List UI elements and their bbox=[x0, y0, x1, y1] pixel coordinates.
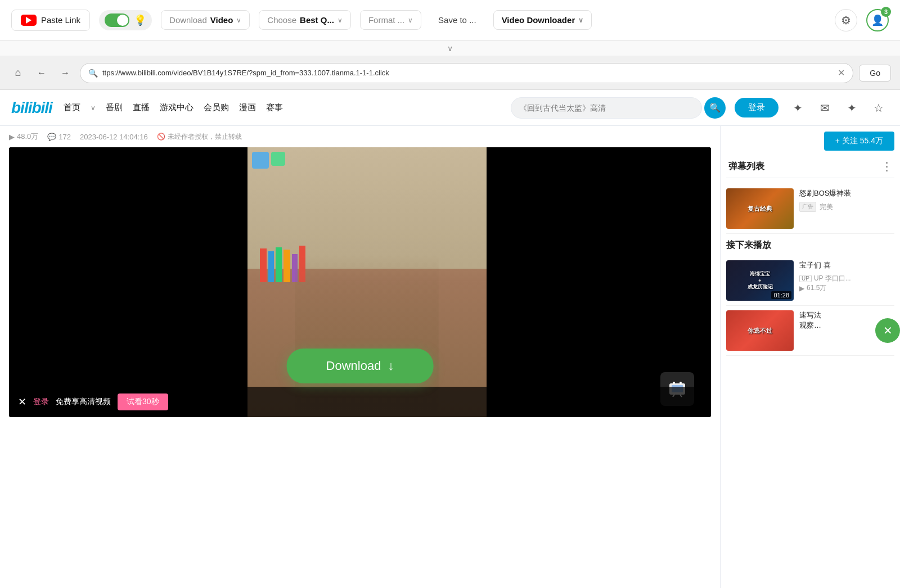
nav-vip[interactable]: 会员购 bbox=[204, 102, 229, 113]
video-left-letterbox bbox=[9, 147, 248, 417]
green-close-button[interactable]: ✕ bbox=[875, 318, 900, 343]
comment-count: 💬 172 bbox=[47, 133, 71, 141]
views-icon-1: ▶ bbox=[799, 284, 804, 292]
format-dropdown[interactable]: Format ... ∨ bbox=[360, 10, 421, 30]
ad-title: 怒刷BOS爆神装 bbox=[799, 188, 894, 198]
save-to-label: Save to ... bbox=[430, 11, 484, 29]
download-label: Download bbox=[169, 15, 207, 25]
go-button[interactable]: Go bbox=[859, 65, 891, 82]
sidebar-views-1: ▶ 61.5万 bbox=[799, 283, 894, 293]
nav-game[interactable]: 游戏中心 bbox=[160, 102, 194, 113]
overlay-close-button[interactable]: ✕ bbox=[18, 396, 26, 408]
paste-link-label: Paste Link bbox=[41, 15, 80, 25]
comment-icon: 💬 bbox=[47, 133, 56, 141]
overlay-login-link[interactable]: 登录 bbox=[33, 397, 49, 407]
next-play-title: 接下来播放 bbox=[726, 234, 894, 256]
sidebar-video-card-2[interactable]: 你逃不过 速写法 观察 绘画入门必 ✕ bbox=[726, 306, 894, 356]
nav-manga[interactable]: 漫画 bbox=[239, 102, 256, 113]
star-icon: ☆ bbox=[874, 101, 884, 115]
search-button[interactable]: 🔍 bbox=[704, 97, 726, 119]
trial-button[interactable]: 试看30秒 bbox=[118, 393, 168, 410]
quality-label: Best Q... bbox=[300, 15, 334, 25]
app-name-label: Video Downloader bbox=[502, 15, 575, 25]
book-4 bbox=[284, 250, 290, 282]
login-button[interactable]: 登录 bbox=[735, 98, 778, 117]
upload-date: 2023-06-12 14:04:16 bbox=[80, 133, 148, 141]
danmu-more-icon[interactable]: ⋮ bbox=[881, 160, 892, 173]
play-icon-meta: ▶ bbox=[9, 133, 15, 141]
nav-drama[interactable]: 番剧 bbox=[106, 102, 123, 113]
collapse-bar[interactable]: ∨ bbox=[0, 40, 900, 56]
search-input[interactable] bbox=[519, 103, 694, 112]
search-icon-bili: 🔍 bbox=[709, 102, 721, 113]
home-button[interactable]: ⌂ bbox=[9, 64, 27, 82]
download-overlay: Download ↓ bbox=[287, 349, 434, 383]
sidebar-duration-1: 01:28 bbox=[771, 291, 791, 299]
youtube-icon bbox=[21, 15, 37, 26]
star-icon-btn[interactable]: ☆ bbox=[868, 98, 889, 118]
sidebar-thumb-1-text: 海绵宝宝 + 成龙历险记 bbox=[748, 270, 773, 291]
url-input[interactable] bbox=[102, 69, 833, 77]
sidebar-video-info-1: 宝子们 喜 UP UP 李口口... ▶ 61.5万 bbox=[799, 260, 894, 301]
view-count: ▶ 48.0万 bbox=[9, 132, 38, 142]
up-name-1: UP 李口口... bbox=[814, 274, 851, 283]
compass-icon: ✦ bbox=[793, 101, 803, 115]
browser-chrome: ⌂ ← → 🔍 ✕ Go bbox=[0, 56, 900, 90]
sidebar-ad-card[interactable]: 复古经典 怒刷BOS爆神装 广告 完美 bbox=[726, 184, 894, 234]
download-arrow-icon: ↓ bbox=[388, 359, 394, 373]
book-2 bbox=[268, 251, 274, 282]
user-button[interactable]: 👤 3 bbox=[866, 9, 889, 31]
chevron-down-icon-3: ∨ bbox=[408, 16, 413, 24]
follow-button[interactable]: + 关注 55.4万 bbox=[824, 132, 894, 151]
decor-item-2 bbox=[271, 152, 285, 166]
sidebar-thumb-1: 海绵宝宝 + 成龙历险记 01:28 bbox=[726, 260, 794, 301]
clear-url-button[interactable]: ✕ bbox=[838, 67, 845, 78]
download-dropdown[interactable]: Download Video ∨ bbox=[161, 10, 250, 30]
header-icon-buttons: ✦ ✉ ✦ ☆ bbox=[788, 98, 889, 118]
sidebar-video-card-1[interactable]: 海绵宝宝 + 成龙历险记 01:28 宝子们 喜 UP UP 李口口... ▶ … bbox=[726, 256, 894, 306]
mail-icon-btn[interactable]: ✉ bbox=[814, 98, 835, 118]
chevron-down-icon-2: ∨ bbox=[338, 16, 343, 24]
compass-icon-btn[interactable]: ✦ bbox=[788, 98, 808, 118]
sidebar-title-1: 宝子们 喜 bbox=[799, 260, 894, 270]
app-name-dropdown[interactable]: Video Downloader ∨ bbox=[493, 10, 592, 30]
ad-thumb-text: 复古经典 bbox=[748, 205, 772, 213]
nav-events[interactable]: 赛事 bbox=[266, 102, 283, 113]
danmu-header: 弹幕列表 ⋮ bbox=[726, 155, 894, 178]
home-icon: ⌂ bbox=[15, 67, 21, 79]
no-copyright-icon: 🚫 bbox=[157, 133, 165, 141]
book-1 bbox=[260, 248, 267, 282]
download-button[interactable]: Download ↓ bbox=[287, 349, 434, 383]
forward-button[interactable]: → bbox=[56, 64, 74, 82]
login-overlay: ✕ 登录 免费享高清视频 试看30秒 bbox=[9, 387, 711, 417]
up-icon-1: UP bbox=[799, 275, 812, 282]
ad-meta: 广告 完美 bbox=[799, 202, 894, 212]
fan-icon-btn[interactable]: ✦ bbox=[842, 98, 862, 118]
back-button[interactable]: ← bbox=[33, 64, 51, 82]
gear-icon: ⚙ bbox=[841, 13, 851, 27]
copyright-notice: 🚫 未经作者授权，禁止转载 bbox=[157, 132, 242, 142]
bilibili-page: bilibili 首页 ∨ 番剧 直播 游戏中心 会员购 漫画 赛事 🔍 登录 … bbox=[0, 90, 900, 588]
sidebar-thumb-2-text: 你逃不过 bbox=[748, 327, 772, 335]
sidebar-thumb-2: 你逃不过 bbox=[726, 310, 794, 351]
chevron-down-icon-4: ∨ bbox=[578, 16, 583, 24]
quality-dropdown[interactable]: Choose Best Q... ∨ bbox=[259, 10, 351, 30]
choose-label: Choose bbox=[267, 15, 296, 25]
paste-link-button[interactable]: Paste Link bbox=[11, 10, 90, 31]
bilibili-logo[interactable]: bilibili bbox=[11, 99, 52, 117]
settings-button[interactable]: ⚙ bbox=[835, 9, 857, 31]
bilibili-header: bilibili 首页 ∨ 番剧 直播 游戏中心 会员购 漫画 赛事 🔍 登录 … bbox=[0, 90, 900, 126]
toggle-switch[interactable] bbox=[105, 13, 129, 27]
search-icon: 🔍 bbox=[88, 69, 98, 78]
nav-home[interactable]: 首页 bbox=[64, 102, 80, 113]
mail-icon: ✉ bbox=[820, 101, 830, 115]
views-count-1: 61.5万 bbox=[807, 283, 826, 293]
ad-source: 完美 bbox=[820, 202, 833, 212]
ad-badge: 广告 bbox=[799, 202, 816, 212]
toolbar: Paste Link 💡 Download Video ∨ Choose Bes… bbox=[0, 0, 900, 40]
danmu-title: 弹幕列表 bbox=[728, 161, 764, 173]
nav-live[interactable]: 直播 bbox=[133, 102, 150, 113]
video-player[interactable]: 我画你填 bbox=[9, 147, 711, 417]
overlay-free-text: 免费享高清视频 bbox=[56, 397, 111, 407]
bilibili-logo-text: bilibili bbox=[11, 99, 52, 116]
